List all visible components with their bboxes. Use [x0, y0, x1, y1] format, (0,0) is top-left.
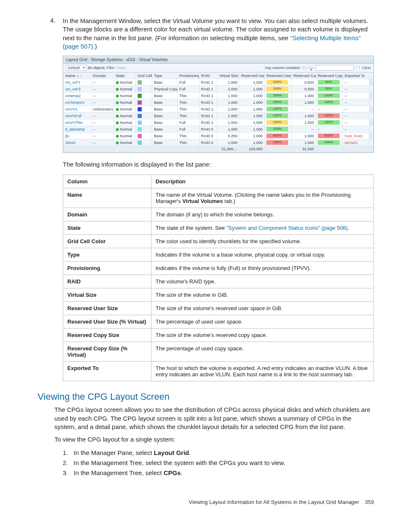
table-row[interactable]: cmtemp2--NormalBaseThinRAID 11.0001.0001…: [64, 93, 373, 99]
footer-rcs: 31.500: [292, 146, 316, 152]
col-type[interactable]: Type: [152, 73, 177, 79]
desc-col-desc: The color used to identify chunklets for…: [151, 235, 374, 248]
cell-exported: host, host1: [343, 133, 369, 139]
desc-col-name: Reserved User Size (% Virtual): [63, 315, 151, 329]
cell-type: Physical Copy: [152, 86, 177, 93]
cell-swatch: [136, 119, 152, 126]
desc-col-desc: The percentage of used user space.: [151, 315, 374, 329]
cell-raid: RAID 1: [199, 93, 217, 99]
footer-rus: 103.000: [239, 146, 264, 152]
clear-right[interactable]: Clear: [362, 66, 371, 70]
col-raid[interactable]: RAID: [199, 73, 217, 79]
cell-type: Base: [152, 113, 177, 119]
cell-vsize: 1.000: [217, 79, 239, 86]
desc-col-name: Type: [63, 248, 151, 262]
cell-domain: --: [91, 119, 114, 126]
footer-row: 51,306.... 103.000 31.500: [64, 146, 373, 152]
desc-row: StateThe state of the system. See "Syste…: [63, 221, 374, 235]
cell-rus: 1.000: [239, 99, 264, 106]
cell-rus: 1.000: [239, 133, 264, 139]
desc-col-desc: Indicates if the volume is fully (Full) …: [151, 262, 374, 275]
cell-domain: --: [91, 126, 114, 133]
col-exported[interactable]: Exported To: [343, 73, 369, 79]
cell-rus: 1.000: [239, 93, 264, 99]
cell-state: Normal: [114, 99, 136, 106]
cell-name: d_stevetmp: [64, 126, 92, 133]
desc-col-name: Reserved Copy Size: [63, 329, 151, 342]
col-rcpct[interactable]: Reserved Copy Size (% Virtual): [316, 73, 343, 79]
col-name[interactable]: Name▲ 1: [64, 73, 92, 79]
view-dropdown[interactable]: Default: [66, 65, 86, 71]
table-row[interactable]: cmVVThin--NormalBaseFullRAID 11.0001.000…: [64, 119, 373, 126]
col-state[interactable]: State: [114, 73, 136, 79]
table-row[interactable]: cmVV1cmDomain1NormalBaseThinRAID 11.0001…: [64, 106, 373, 113]
cell-prov: Full: [177, 86, 199, 93]
col-domain[interactable]: Domain: [91, 73, 114, 79]
desc-col-name: Reserved User Size: [63, 302, 151, 315]
cell-type: Base: [152, 106, 177, 113]
col-rupct[interactable]: Reserved User Size (% Virtual): [264, 73, 292, 79]
desc-head-column: Column: [63, 175, 151, 188]
desc-col-desc: The size of the volume in GiB.: [151, 288, 374, 302]
table-row[interactable]: jfu--NormalBaseThinRAID 00.2501.000400%1…: [64, 133, 373, 139]
desc-col-name: Exported To: [63, 362, 151, 381]
export-icon[interactable]: 📄: [356, 66, 360, 70]
col-rus[interactable]: Reserved User Size (GiB): [239, 73, 264, 79]
cell-rupct: 100%: [264, 119, 292, 126]
desc-head-desc: Description: [151, 175, 374, 188]
cell-exported: --: [343, 113, 369, 119]
cell-state: Normal: [114, 79, 136, 86]
desc-row: RAIDThe volume's RAID type.: [63, 275, 374, 288]
cell-rcs: 1.000: [292, 99, 316, 106]
col-rcs[interactable]: Reserved Copy Size (GiB): [292, 73, 316, 79]
desc-link[interactable]: "System and Component Status Icons" (pag…: [226, 225, 348, 231]
contains-dropdown[interactable]: [302, 67, 314, 69]
cell-rcs: 0.500: [292, 86, 316, 93]
col-grid-color[interactable]: Grid Cell Color: [136, 73, 152, 79]
cell-name: cmVVFull: [64, 113, 92, 119]
cell-swatch: [136, 106, 152, 113]
cell-rupct: 100%: [264, 79, 292, 86]
col-provisioning[interactable]: Provisioning: [177, 73, 199, 79]
cell-name: cm_vvF1: [64, 79, 92, 86]
col-vsize[interactable]: Virtual Size (GiB): [217, 73, 239, 79]
cell-type: Base: [152, 79, 177, 86]
cell-rcpct: 50%: [316, 86, 343, 93]
desc-col-desc: The volume's RAID type.: [151, 275, 374, 288]
cell-rcs: --: [292, 106, 316, 113]
cell-exported: --: [343, 119, 369, 126]
cell-rcpct: 100%: [316, 139, 343, 146]
table-row[interactable]: cm_vvF1--NormalBaseFullRAID 11.0001.0001…: [64, 79, 373, 86]
cell-state: Normal: [114, 106, 136, 113]
cell-raid: RAID 1: [199, 119, 217, 126]
table-row[interactable]: cm_vvF2--NormalPhysical CopyFullRAID 11.…: [64, 86, 373, 93]
header-row: Name▲ 1 Domain State Grid Cell Color Typ…: [64, 73, 373, 79]
table-row[interactable]: cmVVFull--NormalBaseThinRAID 11.0001.000…: [64, 113, 373, 119]
cell-state: Normal: [114, 93, 136, 99]
cell-type: Base: [152, 133, 177, 139]
desc-col-desc: The size of the volume's reserved user s…: [151, 302, 374, 315]
footer-vsize: 51,306....: [217, 146, 239, 152]
step-number: 4.: [50, 17, 63, 51]
filter-link[interactable]: Filter: [107, 66, 115, 70]
table-row[interactable]: Jim10--NormalBaseThinRAID 01.0001.000100…: [64, 139, 373, 146]
cell-rupct: 100%: [264, 126, 292, 133]
cell-prov: Full: [177, 79, 199, 86]
filter-input[interactable]: [315, 65, 354, 71]
table-row[interactable]: d_stevetmp--NormalBaseFullRAID 01.0001.0…: [64, 126, 373, 133]
cell-rcpct: 100%: [316, 93, 343, 99]
cell-rcpct: 50%: [316, 79, 343, 86]
cell-name: jfu: [64, 133, 92, 139]
cell-exported: --: [343, 126, 369, 133]
cell-exported: --: [343, 86, 369, 93]
cell-domain: --: [91, 86, 114, 93]
cell-raid: RAID 0: [199, 139, 217, 146]
cell-rus: 1.000: [239, 119, 264, 126]
desc-row: Grid Cell ColorThe color used to identif…: [63, 235, 374, 248]
clear-left[interactable]: Clear: [117, 66, 126, 70]
cell-state: Normal: [114, 139, 136, 146]
step-text-after: .): [93, 43, 97, 50]
table-row[interactable]: cmTempVV--NormalBaseThinRAID 11.0001.000…: [64, 99, 373, 106]
any-column-label: Any column contains:: [265, 66, 301, 70]
cell-rupct: 400%: [264, 133, 292, 139]
